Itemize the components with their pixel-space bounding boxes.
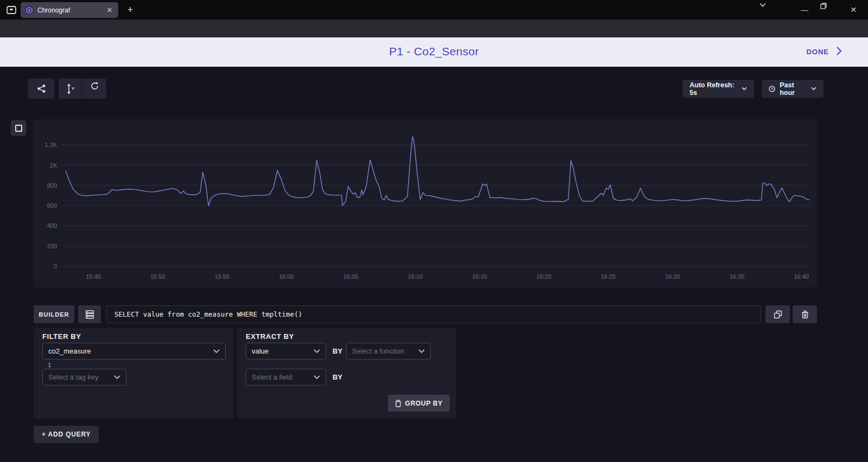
chevron-down-icon bbox=[742, 87, 747, 91]
field2-placeholder: Select a field bbox=[252, 373, 292, 381]
measurement-dropdown[interactable]: co2_measure bbox=[42, 343, 226, 360]
time-range-label: Past hour bbox=[780, 81, 807, 97]
field-value: value bbox=[252, 347, 269, 355]
builder-label: BUILDER bbox=[39, 311, 69, 318]
duplicate-query-button[interactable] bbox=[765, 305, 790, 323]
svg-text:16:15: 16:15 bbox=[472, 273, 487, 280]
co2-line-chart[interactable]: 02004006008001K1.2K15:4515:5015:5516:001… bbox=[34, 119, 817, 287]
copy-icon bbox=[774, 310, 782, 319]
svg-text:1.2K: 1.2K bbox=[44, 142, 57, 148]
by-label-1: BY bbox=[333, 347, 342, 355]
extract-by-panel: EXTRACT BY value BY Select a function Se… bbox=[237, 328, 456, 419]
y-axis-zoom-button[interactable]: Y bbox=[59, 79, 82, 99]
screen: Chronograf ✕ + — ✕ ← → Non sécurisé 172.… bbox=[0, 0, 868, 462]
svg-text:1K: 1K bbox=[50, 162, 58, 169]
trash-icon bbox=[801, 310, 809, 319]
function-placeholder: Select a function bbox=[352, 347, 404, 355]
chronograf-favicon bbox=[25, 6, 34, 15]
svg-text:16:30: 16:30 bbox=[665, 273, 680, 280]
group-by-button[interactable]: GROUP BY bbox=[388, 395, 450, 412]
svg-text:16:10: 16:10 bbox=[408, 273, 423, 280]
browser-tab-chronograf[interactable]: Chronograf ✕ bbox=[21, 2, 118, 18]
svg-text:16:25: 16:25 bbox=[601, 273, 616, 280]
app-header: P1 - Co2_Sensor DONE bbox=[0, 37, 868, 67]
chevron-down-icon bbox=[418, 349, 425, 354]
svg-text:15:55: 15:55 bbox=[215, 273, 230, 280]
delete-query-button[interactable] bbox=[793, 305, 817, 323]
function-dropdown[interactable]: Select a function bbox=[346, 343, 431, 360]
tag-count: 1 bbox=[48, 362, 51, 368]
tab-title: Chronograf bbox=[37, 7, 101, 14]
tab-list-chevron-icon[interactable] bbox=[760, 3, 778, 17]
y-axis-arrows-icon: Y bbox=[66, 84, 75, 94]
svg-text:16:35: 16:35 bbox=[730, 273, 745, 280]
done-button[interactable]: DONE bbox=[806, 48, 829, 56]
browser-tab-bar: Chronograf ✕ + — ✕ bbox=[0, 0, 868, 20]
chart-svg[interactable]: 02004006008001K1.2K15:4515:5015:5516:001… bbox=[34, 119, 817, 287]
tag-key-dropdown[interactable]: Select a tag key bbox=[42, 369, 126, 386]
builder-tab-button[interactable]: BUILDER bbox=[34, 305, 74, 323]
chevron-down-icon bbox=[213, 349, 220, 354]
query-text: SELECT value from co2_measure WHERE tmpl… bbox=[114, 310, 302, 318]
window-close-button[interactable]: ✕ bbox=[844, 3, 863, 17]
time-range-dropdown[interactable]: Past hour bbox=[762, 80, 824, 98]
svg-text:16:40: 16:40 bbox=[794, 273, 809, 280]
share-button[interactable] bbox=[28, 79, 54, 99]
group-by-label: GROUP BY bbox=[405, 400, 443, 407]
svg-text:0: 0 bbox=[54, 263, 57, 270]
svg-text:800: 800 bbox=[47, 182, 57, 189]
browser-nav-bar: ← → Non sécurisé 172.16.13.7:10000/visua… bbox=[0, 20, 868, 37]
chevron-down-icon bbox=[314, 375, 320, 380]
chevron-right-icon[interactable] bbox=[836, 46, 842, 56]
page-title: P1 - Co2_Sensor bbox=[0, 45, 868, 58]
auto-refresh-dropdown[interactable]: Auto Refresh: 5s bbox=[682, 80, 754, 98]
field2-dropdown[interactable]: Select a field bbox=[246, 369, 326, 386]
share-icon bbox=[37, 84, 46, 93]
svg-text:200: 200 bbox=[47, 243, 57, 249]
svg-text:Y: Y bbox=[72, 86, 75, 91]
tab-close-icon[interactable]: ✕ bbox=[105, 6, 114, 15]
svg-text:15:50: 15:50 bbox=[150, 273, 165, 280]
field-dropdown[interactable]: value bbox=[246, 343, 326, 360]
svg-text:16:00: 16:00 bbox=[279, 273, 294, 280]
chevron-down-icon bbox=[114, 375, 120, 380]
by-label-2: BY bbox=[333, 373, 342, 381]
bin-icon bbox=[395, 400, 401, 407]
svg-text:16:20: 16:20 bbox=[537, 273, 552, 280]
tag-key-placeholder: Select a tag key bbox=[48, 373, 99, 381]
svg-text:400: 400 bbox=[47, 222, 57, 229]
measurement-value: co2_measure bbox=[48, 347, 91, 355]
refresh-button[interactable] bbox=[82, 79, 106, 99]
new-tab-button[interactable]: + bbox=[124, 4, 137, 17]
svg-text:16:05: 16:05 bbox=[343, 273, 359, 280]
chevron-down-icon bbox=[811, 87, 816, 91]
clock-icon bbox=[769, 85, 775, 93]
auto-refresh-label: Auto Refresh: 5s bbox=[690, 81, 737, 97]
add-query-label: + ADD QUERY bbox=[42, 431, 91, 438]
window-restore-button[interactable] bbox=[820, 3, 839, 17]
extract-by-heading: EXTRACT BY bbox=[246, 332, 294, 341]
window-minimize-button[interactable]: — bbox=[795, 3, 814, 17]
filter-by-heading: FILTER BY bbox=[42, 332, 81, 341]
checkbox-square bbox=[15, 125, 22, 132]
query-text-input[interactable]: SELECT value from co2_measure WHERE tmpl… bbox=[106, 305, 761, 323]
svg-text:600: 600 bbox=[47, 202, 57, 209]
firefox-view-icon[interactable] bbox=[5, 4, 17, 16]
cell-select-checkbox[interactable] bbox=[11, 120, 26, 136]
filter-by-panel: FILTER BY co2_measure 1 Select a tag key bbox=[34, 328, 233, 419]
add-query-button[interactable]: + ADD QUERY bbox=[34, 426, 99, 443]
svg-text:15:45: 15:45 bbox=[86, 273, 101, 280]
query-templates-button[interactable] bbox=[78, 305, 101, 323]
database-icon bbox=[85, 310, 94, 319]
refresh-icon bbox=[91, 82, 99, 90]
chevron-down-icon bbox=[314, 349, 320, 354]
